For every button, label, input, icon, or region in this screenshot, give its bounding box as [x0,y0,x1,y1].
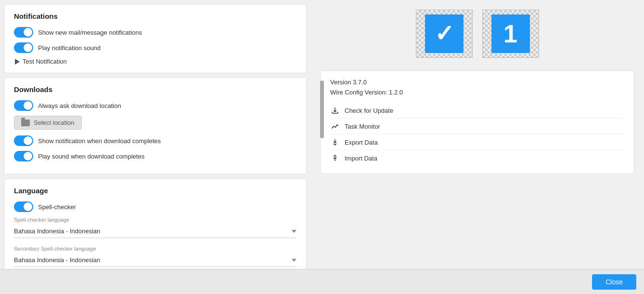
select-location-button[interactable]: Select location [14,116,82,130]
scrollbar-thumb[interactable] [320,80,324,138]
test-notification-row[interactable]: Test Notification [14,58,296,65]
app-icons-row: ✓ 1 [320,5,634,63]
spell-checker-row: Spell-checker [14,201,296,212]
task-monitor-label: Task Monitor [345,123,380,130]
config-version-text: Wire Config Version: 1.2.0 [330,89,624,96]
secondary-spell-checker-container: Secondary Spell-checker language Bahasa … [14,246,296,267]
checkbox-app-icon: ✓ [425,14,464,53]
number-symbol: 1 [503,19,517,48]
select-location-label: Select location [34,119,75,126]
secondary-spell-checker-dropdown[interactable]: Bahasa Indonesia - Indonesian [14,254,296,267]
show-notif-row: Show notification when download complete… [14,135,296,146]
info-card: Version 3.7.0 Wire Config Version: 1.2.0… [320,70,634,174]
left-panel: Notifications Show new mail/message noti… [0,0,310,269]
spell-checker-language-label: Spell-checker language [14,217,296,223]
import-data-label: Import Data [345,155,377,162]
notifications-section: Notifications Show new mail/message noti… [4,4,307,73]
number-app-icon-container: 1 [482,10,539,58]
import-data-row[interactable]: Import Data [330,150,624,166]
export-icon [330,137,340,147]
spell-checker-language-dropdown[interactable]: Bahasa Indonesia - Indonesian [14,225,296,238]
show-mail-toggle[interactable] [14,27,33,38]
chevron-down-icon [292,230,296,233]
footer: Close [0,269,644,294]
checkbox-app-icon-container: ✓ [416,10,473,58]
spell-checker-language-container: Spell-checker language Bahasa Indonesia … [14,217,296,238]
chart-icon [330,121,340,131]
show-mail-row: Show new mail/message notifications [14,27,296,38]
close-button[interactable]: Close [592,274,636,290]
folder-icon [21,120,30,126]
play-download-sound-toggle[interactable] [14,151,33,161]
import-icon [330,153,340,163]
check-update-row[interactable]: Check for Update [330,103,624,118]
export-data-label: Export Data [345,139,378,146]
show-mail-label: Show new mail/message notifications [38,29,142,36]
test-notification-label: Test Notification [23,58,67,65]
downloads-section: Downloads Always ask download location S… [4,77,307,174]
play-sound-label: Play notification sound [38,44,101,52]
task-monitor-row[interactable]: Task Monitor [330,118,624,134]
ask-location-label: Always ask download location [38,102,121,109]
ask-location-toggle[interactable] [14,100,33,111]
download-icon [330,106,340,115]
show-notif-toggle[interactable] [14,135,33,146]
spell-checker-toggle[interactable] [14,201,33,212]
number-app-icon: 1 [491,14,530,53]
play-sound-row: Play notification sound [14,42,296,53]
show-notif-label: Show notification when download complete… [38,137,161,145]
version-text: Version 3.7.0 [330,79,624,86]
downloads-title: Downloads [14,85,296,94]
play-sound-toggle[interactable] [14,42,33,53]
ask-location-row: Always ask download location [14,100,296,111]
spell-checker-label: Spell-checker [38,203,76,211]
play-icon [15,59,20,65]
checkmark-symbol: ✓ [435,22,454,45]
check-update-label: Check for Update [345,107,393,114]
secondary-spell-checker-value: Bahasa Indonesia - Indonesian [14,256,100,264]
export-data-row[interactable]: Export Data [330,134,624,150]
secondary-spell-checker-label: Secondary Spell-checker language [14,246,296,252]
spell-checker-language-value: Bahasa Indonesia - Indonesian [14,227,100,235]
play-download-sound-label: Play sound when download completes [38,153,144,160]
notifications-title: Notifications [14,12,296,20]
right-panel: ✓ 1 Version 3.7.0 Wire Config Version: 1… [310,0,644,269]
language-title: Language [14,187,296,195]
chevron-down-icon-2 [292,259,296,262]
language-section: Language Spell-checker Spell-checker lan… [4,178,307,269]
play-download-sound-row: Play sound when download completes [14,151,296,161]
